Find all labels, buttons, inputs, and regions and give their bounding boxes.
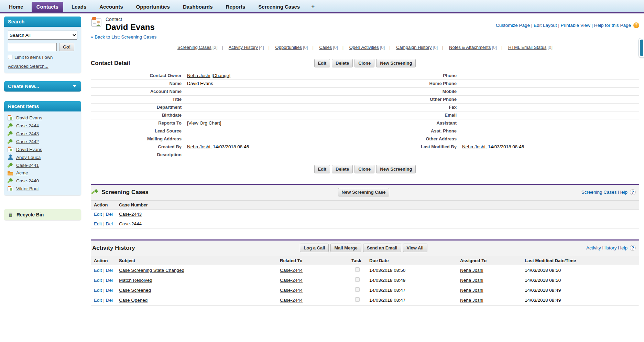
recent-item-link[interactable]: Case-2444 — [16, 123, 39, 128]
last-modified-by-link[interactable]: Neha Joshi — [462, 144, 485, 149]
recent-item-link[interactable]: Viktor Bout — [16, 186, 39, 191]
shortcut-link[interactable]: Campaign History — [396, 45, 432, 50]
shortcut-link[interactable]: HTML Email Status — [508, 45, 547, 50]
recycle-bin[interactable]: Recycle Bin — [4, 209, 81, 220]
change-owner-link[interactable]: [Change] — [211, 73, 230, 78]
page-link[interactable]: Edit Layout — [534, 23, 561, 28]
shortcut-link[interactable]: Screening Cases — [177, 45, 211, 50]
contact-owner-link[interactable]: Neha Joshi — [187, 73, 210, 78]
assigned-to-link[interactable]: Neha Joshi — [460, 278, 483, 283]
action-button[interactable]: Delete — [332, 165, 353, 173]
help-icon[interactable]: ? — [633, 22, 639, 28]
case-icon — [8, 178, 13, 183]
recent-item-link[interactable]: Case-2443 — [16, 131, 39, 136]
search-input[interactable] — [8, 43, 57, 51]
action-cell: Edit|Del — [91, 265, 116, 275]
action-button[interactable]: Edit — [314, 165, 330, 173]
del-link[interactable]: Del — [106, 288, 113, 293]
nav-tab[interactable]: Dashboards — [178, 2, 218, 12]
subject-link[interactable]: Case Screened — [119, 288, 151, 293]
action-button[interactable]: Mail Merge — [330, 244, 361, 252]
assigned-to-link[interactable]: Neha Joshi — [460, 288, 483, 293]
shortcut-link[interactable]: Cases — [319, 45, 332, 50]
case-number-link[interactable]: Case-2444 — [119, 221, 142, 226]
nav-tab[interactable]: Leads — [67, 2, 91, 12]
action-button[interactable]: New Screening — [376, 59, 416, 67]
recent-item-link[interactable]: Andy Louca — [16, 155, 41, 160]
edit-link[interactable]: Edit — [94, 278, 102, 283]
search-go-button[interactable]: Go! — [59, 43, 74, 51]
screening-cases-help-link[interactable]: Screening Cases Help — [581, 190, 627, 195]
subject-link[interactable]: Case Opened — [119, 298, 148, 303]
view-org-chart-link[interactable]: [View Org Chart] — [187, 120, 221, 126]
back-to-list-link[interactable]: Back to List: Screening Cases — [95, 34, 156, 40]
related-to-link[interactable]: Case-2444 — [280, 298, 303, 303]
related-to-link[interactable]: Case-2444 — [280, 278, 303, 283]
help-icon[interactable]: ? — [630, 189, 636, 195]
edit-link[interactable]: Edit — [94, 288, 102, 293]
del-link[interactable]: Del — [106, 268, 113, 273]
shortcut-link[interactable]: Opportunities — [275, 45, 302, 50]
activity-history-help-link[interactable]: Activity History Help — [586, 245, 627, 250]
assigned-to-link[interactable]: Neha Joshi — [460, 298, 483, 303]
column-header: Related To — [277, 256, 348, 265]
del-link[interactable]: Del — [106, 298, 113, 303]
sidebar-collapse-handle[interactable] — [638, 38, 644, 58]
del-link[interactable]: Del — [106, 212, 113, 217]
del-link[interactable]: Del — [106, 278, 113, 283]
recent-item-link[interactable]: Case-2441 — [16, 163, 39, 168]
action-button[interactable]: Delete — [332, 59, 353, 67]
related-to-link[interactable]: Case-2444 — [280, 268, 303, 273]
edit-link[interactable]: Edit — [94, 268, 102, 273]
edit-link[interactable]: Edit — [94, 298, 102, 303]
edit-link[interactable]: Edit — [94, 221, 102, 226]
recent-item-link[interactable]: Acme — [16, 170, 28, 175]
action-button[interactable]: Clone — [354, 59, 374, 67]
action-cell: Edit|Del — [91, 219, 116, 229]
action-button[interactable]: Log a Call — [300, 244, 329, 252]
shortcut-link[interactable]: Notes & Attachments — [449, 45, 491, 50]
nav-tab[interactable]: + — [308, 2, 318, 12]
edit-link[interactable]: Edit — [94, 212, 102, 217]
nav-tab[interactable]: Accounts — [95, 2, 128, 12]
subject-link[interactable]: Match Resolved — [119, 278, 152, 283]
nav-tab[interactable]: Opportunities — [131, 2, 175, 12]
recent-item-link[interactable]: Case-2440 — [16, 178, 39, 183]
del-link[interactable]: Del — [106, 221, 113, 226]
related-to-link[interactable]: Case-2444 — [280, 288, 303, 293]
nav-tab[interactable]: Screening Cases — [253, 2, 305, 12]
recent-item-link[interactable]: David Evans — [16, 147, 42, 152]
account-icon — [8, 172, 13, 175]
field-value — [187, 103, 366, 111]
case-number-link[interactable]: Case-2443 — [119, 212, 142, 217]
recent-item-link[interactable]: David Evans — [16, 115, 42, 120]
field-label: Other Address — [366, 135, 462, 143]
action-button[interactable]: Clone — [354, 165, 374, 173]
recent-items-list: David Evans Case-2444 Case-2443 Case-244… — [4, 111, 81, 195]
shortcut-link[interactable]: Open Activities — [349, 45, 379, 50]
subject-link[interactable]: Case Screening State Changed — [119, 268, 184, 273]
action-button[interactable]: Edit — [314, 59, 330, 67]
field-value — [462, 103, 639, 111]
shortcut-link[interactable]: Activity History — [229, 45, 258, 50]
action-button[interactable]: View All — [403, 244, 427, 252]
action-button[interactable]: Send an Email — [363, 244, 401, 252]
field-label: Other Phone — [366, 95, 462, 103]
action-button[interactable]: New Screening — [376, 165, 416, 173]
limit-items-checkbox[interactable] — [8, 55, 12, 59]
nav-tab[interactable]: Contacts — [32, 2, 63, 12]
nav-tab[interactable]: Reports — [221, 2, 250, 12]
page-link[interactable]: Printable View — [561, 23, 594, 28]
search-scope-select[interactable]: Search All — [8, 31, 77, 40]
page-link[interactable]: Customize Page — [496, 23, 534, 28]
help-icon[interactable]: ? — [630, 245, 636, 251]
new-screening-case-button[interactable]: New Screening Case — [338, 188, 390, 196]
create-new-button[interactable]: Create New... — [4, 81, 81, 92]
nav-tab[interactable]: Home — [4, 2, 28, 12]
created-by-link[interactable]: Neha Joshi — [187, 144, 210, 149]
page-link[interactable]: Help for this Page — [594, 23, 631, 28]
assigned-to-link[interactable]: Neha Joshi — [460, 268, 483, 273]
advanced-search-link[interactable]: Advanced Search... — [8, 64, 48, 69]
recent-item-link[interactable]: Case-2442 — [16, 139, 39, 144]
activity-row: Edit|Del Case Screening State Changed Ca… — [91, 265, 639, 275]
